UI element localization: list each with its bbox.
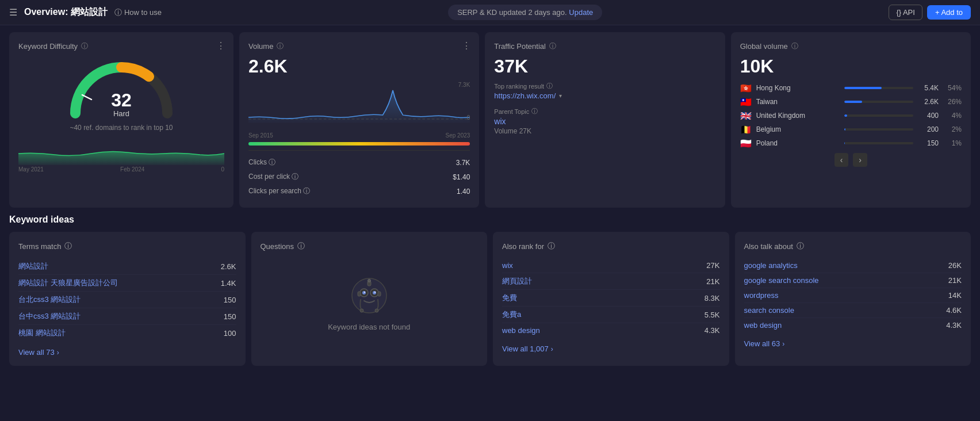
list-item: 免費a 5.5K — [502, 307, 720, 323]
add-to-button[interactable]: + Add to — [927, 5, 971, 20]
ki-volume: 2.6K — [221, 262, 236, 271]
volume-max-label: 7.3K — [458, 82, 470, 88]
list-item: wordpress 14K — [744, 288, 962, 303]
country-bar — [844, 128, 913, 131]
volume-menu-btn[interactable]: ⋮ — [462, 40, 471, 51]
country-name: Poland — [756, 139, 840, 147]
ki-volume: 8.3K — [705, 294, 720, 303]
country-pct: 4% — [943, 112, 962, 120]
questions-empty: Keyword ideas not found — [261, 258, 478, 349]
country-bar — [844, 87, 913, 89]
ki-keyword[interactable]: 台中css3 網站設計 — [18, 311, 81, 322]
also-rank-for-title: Also rank for ⓘ — [502, 241, 720, 251]
menu-icon[interactable]: ☰ — [9, 7, 17, 18]
gv-pagination: ‹ › — [740, 153, 962, 167]
cpc-info-icon[interactable]: ⓘ — [292, 173, 298, 181]
also-talk-info[interactable]: ⓘ — [797, 241, 804, 251]
tp-dropdown-arrow[interactable]: ▾ — [559, 93, 562, 99]
ki-keyword[interactable]: search console — [744, 306, 794, 315]
gv-country-row: 🇹🇼 Taiwan 2.6K 26% — [740, 98, 962, 106]
list-item: 網站設計 天狼星廣告設計公司 1.4K — [18, 275, 236, 292]
how-to-use-link[interactable]: ⓘ How to use — [114, 7, 162, 18]
ki-keyword[interactable]: web design — [744, 321, 782, 330]
ki-keyword[interactable]: google search console — [744, 276, 819, 285]
list-item: search console 4.6K — [744, 303, 962, 318]
api-button[interactable]: {} API — [889, 5, 922, 20]
ki-volume: 100 — [224, 329, 236, 338]
also-rank-view-all[interactable]: View all 1,007 › — [502, 345, 720, 353]
svg-rect-14 — [378, 292, 381, 296]
country-flag: 🇧🇪 — [740, 125, 752, 133]
country-val: 200 — [918, 125, 939, 133]
country-bar — [844, 101, 913, 103]
update-link[interactable]: Update — [569, 8, 593, 17]
country-flag: 🇹🇼 — [740, 98, 752, 106]
questions-info[interactable]: ⓘ — [297, 241, 305, 251]
country-pct: 2% — [943, 125, 962, 133]
gv-prev-btn[interactable]: ‹ — [834, 153, 849, 167]
clicks-info-icon[interactable]: ⓘ — [269, 158, 275, 166]
volume-card: Volume ⓘ ⋮ 2.6K 7.3K — [239, 32, 479, 208]
ki-keyword[interactable]: 桃園 網站設計 — [18, 328, 66, 338]
country-bar-fill — [844, 114, 847, 117]
ki-keyword[interactable]: web design — [502, 326, 540, 335]
country-pct: 54% — [943, 84, 962, 92]
list-item: 網站設計 2.6K — [18, 258, 236, 275]
ki-keyword[interactable]: google analytics — [744, 261, 798, 270]
tp-volume-sub: Volume 27K — [494, 127, 715, 135]
tp-ranking-url[interactable]: https://zh.wix.com/ — [494, 91, 556, 100]
also-rank-info[interactable]: ⓘ — [548, 241, 555, 251]
questions-title: Questions ⓘ — [261, 241, 478, 251]
keyword-ideas-grid: Terms match ⓘ 網站設計 2.6K 網站設計 天狼星廣告設計公司 1… — [9, 232, 971, 366]
tp-parent-topic[interactable]: wix — [494, 117, 715, 126]
ki-keyword[interactable]: 免費 — [502, 293, 517, 303]
tp-info-icon[interactable]: ⓘ — [549, 41, 556, 51]
gv-info-icon[interactable]: ⓘ — [791, 41, 798, 51]
ki-keyword[interactable]: wordpress — [744, 291, 779, 300]
volume-info-icon[interactable]: ⓘ — [277, 41, 284, 51]
ki-keyword[interactable]: 網站設計 — [18, 261, 48, 271]
ki-keyword[interactable]: 網站設計 天狼星廣告設計公司 — [18, 278, 118, 288]
gv-next-btn[interactable]: › — [853, 153, 867, 167]
volume-chart: 7.3K 0 — [248, 82, 470, 128]
volume-dates: Sep 2015 Sep 2023 — [248, 132, 470, 139]
ki-keyword[interactable]: 網頁設計 — [502, 276, 532, 286]
global-volume-card: Global volume ⓘ 10K 🇭🇰 Hong Kong 5.4K 54… — [731, 32, 971, 208]
country-val: 2.6K — [918, 98, 939, 106]
also-talk-items: google analytics 26K google search conso… — [744, 258, 962, 332]
cpc-value: $1.40 — [453, 173, 470, 181]
tp-parent-info[interactable]: ⓘ — [531, 107, 538, 116]
tp-top-info[interactable]: ⓘ — [546, 82, 553, 90]
also-rank-items: wix 27K 網頁設計 21K 免費 8.3K 免費a 5.5K web de… — [502, 258, 720, 338]
list-item: web design 4.3K — [744, 318, 962, 332]
svg-point-16 — [375, 309, 378, 312]
keyword-ideas-title: Keyword ideas — [9, 215, 971, 225]
country-bar-fill — [844, 101, 862, 103]
ki-keyword[interactable]: 免費a — [502, 309, 521, 320]
country-bar — [844, 114, 913, 117]
clicks-label: Clicks ⓘ — [248, 158, 275, 167]
terms-match-info[interactable]: ⓘ — [64, 241, 72, 251]
terms-match-view-all[interactable]: View all 73 › — [18, 348, 236, 357]
list-item: 網頁設計 21K — [502, 273, 720, 290]
list-item: google search console 21K — [744, 273, 962, 288]
cpc-label: Cost per click ⓘ — [248, 172, 298, 182]
cps-row: Clicks per search ⓘ 1.40 — [248, 184, 470, 198]
svg-point-10 — [374, 292, 376, 293]
volume-stats: Clicks ⓘ 3.7K Cost per click ⓘ $1.40 Cli… — [248, 150, 470, 198]
cps-info-icon[interactable]: ⓘ — [303, 187, 310, 195]
ki-volume: 5.5K — [705, 311, 720, 319]
list-item: 台中css3 網站設計 150 — [18, 308, 236, 325]
country-pct: 1% — [943, 139, 962, 147]
kd-menu-btn[interactable]: ⋮ — [216, 40, 225, 51]
kd-info-icon[interactable]: ⓘ — [81, 41, 88, 51]
kd-card: Keyword Difficulty ⓘ ⋮ 32 Hard — [9, 32, 233, 208]
main-content: Keyword Difficulty ⓘ ⋮ 32 Hard — [0, 25, 980, 373]
svg-point-7 — [362, 291, 366, 294]
ki-keyword[interactable]: wix — [502, 261, 513, 270]
terms-match-title: Terms match ⓘ — [18, 241, 236, 251]
country-name: United Kingdom — [756, 112, 840, 120]
also-talk-view-all[interactable]: View all 63 › — [744, 339, 962, 348]
ki-keyword[interactable]: 台北css3 網站設計 — [18, 294, 81, 305]
tp-value: 37K — [494, 56, 715, 77]
